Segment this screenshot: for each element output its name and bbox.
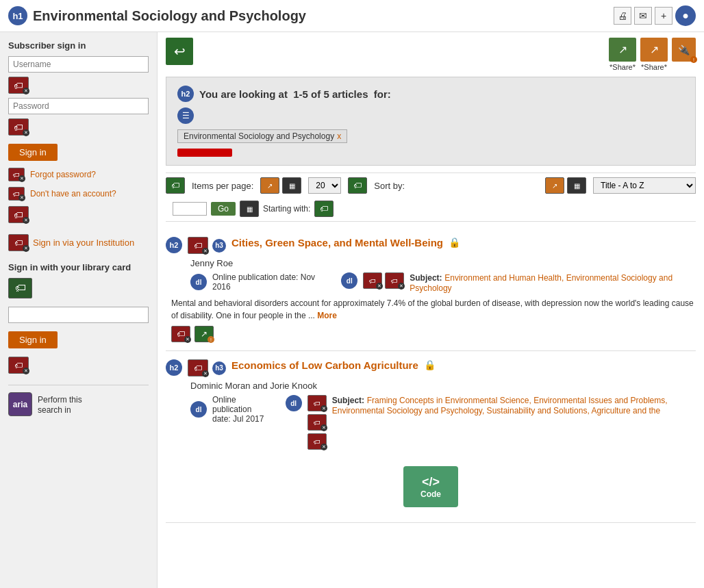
aria-icon[interactable]: aria — [8, 392, 32, 416]
main-layout: Subscriber sign in 🏷 🏷 Sign in 🏷 Forgot … — [0, 32, 704, 588]
ctrl-tag-icon-mid[interactable]: 🏷 — [348, 177, 367, 194]
email-icon[interactable]: ✉ — [634, 7, 652, 25]
article-1-h2-badge: h2 — [166, 237, 182, 253]
add-icon[interactable]: + — [655, 7, 672, 25]
article-2-meta-left: dl Online publication date: Jul 2017 — [190, 395, 272, 424]
article-2-tag-icon[interactable]: 🏷 — [188, 359, 208, 376]
article-2-subject-icon-3[interactable]: 🏷 — [307, 433, 327, 450]
extra-tag-icon[interactable]: 🏷 — [8, 206, 29, 223]
filter-tag[interactable]: Environmental Sociology and Psychology x — [177, 129, 347, 143]
search-text: search in — [38, 405, 71, 415]
article-1-dl-badge-2: dl — [341, 272, 357, 289]
forgot-password-link[interactable]: Forgot password? — [30, 170, 96, 179]
list-icon[interactable]: ☰ — [177, 107, 194, 124]
library-signin-button[interactable]: Sign in — [8, 331, 58, 348]
library-card-input[interactable] — [8, 307, 149, 323]
institution-section: 🏷 Sign in via your Institution — [8, 234, 149, 251]
article-2-author: Dominic Moran and Jorie Knook — [190, 381, 696, 391]
article-2-title[interactable]: Economics of Low Carbon Agriculture — [231, 359, 418, 371]
article-1-actions: 🏷 ↗ — [171, 326, 696, 342]
article-2-dl-badge: dl — [190, 401, 207, 418]
article-1-subject-icon-2[interactable]: 🏷 — [385, 272, 404, 289]
share-button-1[interactable]: ↗ — [609, 38, 636, 62]
article-1-header: h2 🏷 h3 Cities, Green Space, and Mental … — [166, 237, 696, 254]
ctrl-export-icon[interactable]: ↗ — [260, 177, 279, 194]
article-1-date: Online publication date: Nov 2016 — [212, 272, 327, 292]
library-tag-icon2[interactable]: 🏷 — [8, 357, 29, 374]
article-2-meta-row: dl Online publication date: Jul 2017 dl … — [190, 395, 696, 450]
share-button-2[interactable]: ↗ — [640, 38, 668, 62]
institution-link[interactable]: Sign in via your Institution — [33, 238, 134, 248]
starting-with-input[interactable] — [173, 202, 207, 216]
article-2-dl-badge-2: dl — [286, 395, 302, 411]
plugin-icon[interactable]: 🔌 ! — [672, 38, 696, 62]
starting-with-row: Go ▦ Starting with: 🏷 — [173, 201, 334, 217]
subscriber-title: Subscriber sign in — [8, 40, 149, 51]
article-1-meta-right: dl 🏷 🏷 Subject: Environment and Human He… — [341, 272, 696, 293]
progress-bar — [177, 149, 232, 157]
controls-row: 🏷 Items per page: ↗ ▦ 20 🏷 Sort by: ↗ ▦ … — [166, 172, 696, 222]
code-label: </> — [422, 475, 440, 489]
article-2-h2-badge: h2 — [166, 359, 182, 376]
article-1-h3-badge: h3 — [212, 239, 226, 253]
password-tag-icon[interactable]: 🏷 — [8, 118, 29, 136]
article-1-dl-badge: dl — [190, 274, 207, 290]
article-1-meta-left: dl Online publication date: Nov 2016 — [190, 272, 327, 292]
article-2-h3-badge: h3 — [212, 361, 226, 375]
ctrl-film-icon-2[interactable]: ▦ — [567, 177, 586, 194]
go-button[interactable]: Go — [211, 202, 236, 216]
article-2-subject-icon-2[interactable]: 🏷 — [307, 414, 327, 431]
ctrl-tag-icon-left[interactable]: 🏷 — [166, 177, 185, 194]
back-arrow-icon: ↩ — [174, 43, 186, 60]
password-input[interactable] — [8, 98, 149, 114]
library-tag-icon[interactable]: 🏷 — [8, 278, 32, 298]
sort-by-select[interactable]: Title - A to Z — [593, 177, 696, 194]
article-1-lock-icon: 🔒 — [449, 237, 460, 248]
h1-badge: h1 — [8, 6, 27, 25]
filter-remove-icon[interactable]: x — [337, 131, 341, 141]
article-1-tag-icon[interactable]: 🏷 — [188, 237, 208, 254]
article-1-subject-icon[interactable]: 🏷 — [363, 272, 382, 289]
article-1-meta-row: dl Online publication date: Nov 2016 dl … — [190, 272, 696, 293]
page-title-row: h1 Environmental Sociology and Psycholog… — [8, 6, 306, 25]
article-2-lock-icon: 🔒 — [424, 359, 436, 370]
per-page-select[interactable]: 20 — [308, 177, 341, 194]
starting-with-label: Starting with: — [263, 204, 310, 214]
article-1-share-icon[interactable]: ↗ — [194, 326, 214, 342]
no-account-link[interactable]: Don't have an account? — [30, 189, 116, 199]
perform-text: Perform this — [38, 395, 82, 405]
ctrl-film-icon-1[interactable]: ▦ — [282, 177, 301, 194]
ctrl-export-icon-right[interactable]: ↗ — [545, 177, 564, 194]
signin-button[interactable]: Sign in — [8, 144, 58, 161]
bottom-sidebar: aria Perform this search in — [8, 385, 149, 416]
library-title: Sign in with your library card — [8, 262, 149, 272]
content-area: ↩ ↗ *Share* ↗ *Share* — [158, 32, 704, 588]
article-1-author: Jenny Roe — [190, 258, 696, 268]
forgot-tag-icon[interactable]: 🏷 — [8, 168, 25, 181]
article-2-date: Online publication date: Jul 2017 — [212, 395, 272, 424]
subscriber-section: Subscriber sign in 🏷 🏷 Sign in 🏷 Forgot … — [8, 40, 149, 223]
article-1-subject-label: Subject: — [410, 273, 442, 283]
filter-text: Environmental Sociology and Psychology — [184, 131, 334, 141]
user-icon[interactable]: ● — [675, 5, 696, 26]
summary-row: h2 You are looking at 1-5 of 5 articles … — [177, 86, 684, 102]
article-1-title[interactable]: Cities, Green Space, and Mental Well-Bei… — [231, 237, 443, 248]
article-1-action-icon[interactable]: 🏷 — [171, 326, 190, 342]
sort-by-label: Sort by: — [374, 181, 405, 191]
article-2-subjects[interactable]: Framing Concepts in Environmental Scienc… — [332, 396, 668, 416]
article-2-subject-icon[interactable]: 🏷 — [307, 395, 327, 411]
ctrl-film-icon-3[interactable]: ▦ — [240, 201, 259, 217]
no-account-tag-icon[interactable]: 🏷 — [8, 187, 25, 201]
article-1-subjects[interactable]: Environment and Human Health, Environmen… — [410, 273, 672, 293]
print-icon[interactable]: 🖨 — [614, 7, 631, 25]
back-button[interactable]: ↩ — [166, 38, 193, 65]
sidebar: Subscriber sign in 🏷 🏷 Sign in 🏷 Forgot … — [0, 32, 158, 588]
ctrl-tag-icon-start[interactable]: 🏷 — [314, 201, 334, 217]
username-input[interactable] — [8, 56, 149, 73]
article-item-1: h2 🏷 h3 Cities, Green Space, and Mental … — [166, 229, 696, 351]
library-section: Sign in with your library card 🏷 Sign in… — [8, 262, 149, 374]
institution-icon[interactable]: 🏷 — [8, 234, 29, 251]
code-block[interactable]: </> Code — [403, 466, 458, 507]
article-1-more-link[interactable]: More — [317, 311, 337, 320]
username-tag-icon[interactable]: 🏷 — [8, 77, 29, 94]
